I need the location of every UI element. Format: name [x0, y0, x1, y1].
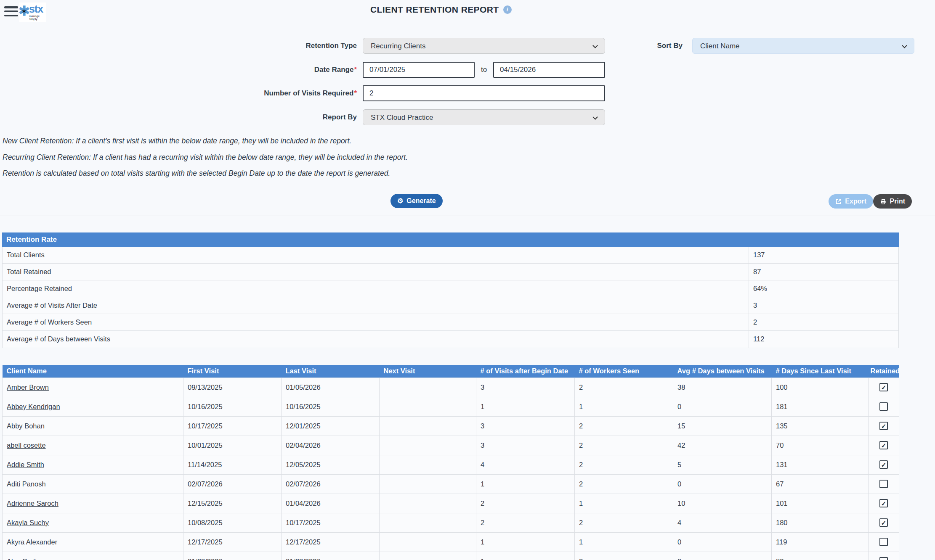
client-name-link[interactable]: Addie Smith: [7, 461, 44, 468]
client-name-link[interactable]: Aditi Panosh: [7, 480, 46, 488]
client-name-link[interactable]: Alex Carlin: [7, 557, 40, 560]
table-cell: 01/23/2026: [282, 552, 380, 560]
table-row: Abbey Kendrigan10/16/202510/16/202511018…: [3, 397, 899, 416]
retained-checkbox[interactable]: ✓: [879, 422, 888, 430]
table-row: Amber Brown09/13/202501/05/20263238100✓: [3, 378, 899, 397]
retained-checkbox[interactable]: [879, 538, 888, 546]
section-divider: [0, 216, 935, 216]
retained-checkbox[interactable]: ✓: [879, 441, 888, 449]
export-button[interactable]: Export: [829, 194, 873, 209]
sort-by-select[interactable]: Client Name: [692, 38, 914, 54]
table-cell: 10/08/2025: [183, 513, 282, 532]
client-name-cell: Amber Brown: [3, 378, 183, 397]
table-cell: 0: [673, 532, 772, 552]
client-name-link[interactable]: Abby Bohan: [7, 422, 45, 430]
table-cell: [380, 416, 476, 436]
chevron-down-icon: [592, 43, 598, 48]
client-name-link[interactable]: Adrienne Saroch: [7, 499, 58, 507]
retained-cell: ✓: [869, 455, 899, 474]
column-header: Next Visit: [380, 365, 476, 378]
table-cell: 4: [476, 455, 575, 474]
retention-rate-table: Retention Rate Total Clients137Total Ret…: [2, 232, 899, 348]
table-cell: 3: [476, 436, 575, 455]
table-cell: 01/04/2026: [282, 494, 380, 513]
client-name-cell: Abby Bohan: [3, 416, 183, 436]
table-cell: 10/16/2025: [282, 397, 380, 416]
table-cell: 12/15/2025: [183, 494, 282, 513]
table-cell: 1: [575, 494, 673, 513]
report-by-select[interactable]: STX Cloud Practice: [363, 109, 605, 125]
retention-type-select[interactable]: Recurring Clients: [363, 38, 605, 54]
table-cell: 1: [476, 474, 575, 494]
table-row: Adrienne Saroch12/15/202501/04/202621101…: [3, 494, 899, 513]
stx-logo-star-icon: ✱✶: [19, 5, 28, 20]
summary-label: Percentage Retained: [3, 280, 749, 297]
column-header: # of Visits after Begin Date: [476, 365, 575, 378]
summary-value: 64%: [749, 280, 898, 297]
summary-row: Percentage Retained64%: [3, 280, 898, 297]
table-cell: [380, 474, 476, 494]
summary-label: Average # of Workers Seen: [3, 314, 749, 330]
summary-row: Average # of Visits After Date3: [3, 297, 898, 314]
page-title-text: CLIENT RETENTION REPORT: [370, 5, 499, 15]
retained-checkbox[interactable]: ✓: [879, 460, 888, 469]
table-cell: 2: [476, 494, 575, 513]
table-cell: 5: [673, 455, 772, 474]
table-cell: [380, 436, 476, 455]
table-cell: 02/04/2026: [282, 436, 380, 455]
table-row: abell cosette10/01/202502/04/2026324270✓: [3, 436, 899, 455]
summary-label: Total Retained: [3, 264, 749, 280]
client-name-link[interactable]: Akayla Suchy: [7, 519, 49, 526]
date-to-input[interactable]: [493, 62, 605, 78]
summary-row: Total Clients137: [3, 247, 898, 264]
retained-checkbox[interactable]: ✓: [879, 518, 888, 527]
table-cell: 131: [772, 455, 869, 474]
retained-checkbox[interactable]: [879, 480, 888, 488]
table-cell: 10: [673, 494, 772, 513]
retained-checkbox[interactable]: ✓: [879, 499, 888, 507]
visits-required-input[interactable]: [363, 85, 605, 101]
table-cell: 2: [575, 455, 673, 474]
table-cell: 3: [476, 378, 575, 397]
summary-label: Total Clients: [3, 247, 749, 263]
note-retention-calculation: Retention is calculated based on total v…: [3, 169, 390, 178]
client-name-cell: Aditi Panosh: [3, 474, 183, 494]
column-header: Last Visit: [282, 365, 380, 378]
print-button[interactable]: Print: [873, 194, 912, 209]
table-cell: [380, 513, 476, 532]
table-cell: 1: [476, 397, 575, 416]
gear-icon: ⚙: [397, 198, 403, 204]
note-new-client-retention: New Client Retention: If a client's firs…: [3, 137, 351, 145]
table-row: Abby Bohan10/17/202512/01/20253215135✓: [3, 416, 899, 436]
table-cell: 01/05/2026: [282, 378, 380, 397]
table-cell: 2: [575, 416, 673, 436]
retained-checkbox[interactable]: [879, 402, 888, 411]
table-cell: 15: [673, 416, 772, 436]
stx-logo: ✱✶ stx manage simply: [19, 3, 46, 22]
retained-cell: [869, 532, 899, 552]
column-header: First Visit: [183, 365, 282, 378]
table-cell: 02/07/2026: [183, 474, 282, 494]
retained-cell: [869, 474, 899, 494]
page-title: CLIENT RETENTION REPORT i: [370, 5, 512, 15]
table-cell: 2: [575, 436, 673, 455]
date-from-input[interactable]: [363, 62, 475, 78]
client-name-link[interactable]: Akyra Alexander: [7, 538, 57, 546]
generate-button[interactable]: ⚙ Generate: [390, 194, 443, 208]
menu-icon[interactable]: [4, 6, 18, 16]
table-cell: 10/16/2025: [183, 397, 282, 416]
info-icon[interactable]: i: [503, 5, 512, 14]
client-name-link[interactable]: Amber Brown: [7, 383, 49, 391]
table-cell: 11/14/2025: [183, 455, 282, 474]
table-cell: [380, 552, 476, 560]
client-name-link[interactable]: abell cosette: [7, 441, 46, 449]
table-cell: [380, 378, 476, 397]
table-cell: [380, 455, 476, 474]
logo-text: stx: [29, 4, 46, 14]
client-name-link[interactable]: Abbey Kendrigan: [7, 403, 60, 410]
summary-value: 87: [749, 264, 898, 280]
retained-checkbox[interactable]: ✓: [879, 383, 888, 391]
retained-cell: ✓: [869, 378, 899, 397]
retained-checkbox[interactable]: [879, 557, 888, 560]
table-cell: 2: [575, 552, 673, 560]
